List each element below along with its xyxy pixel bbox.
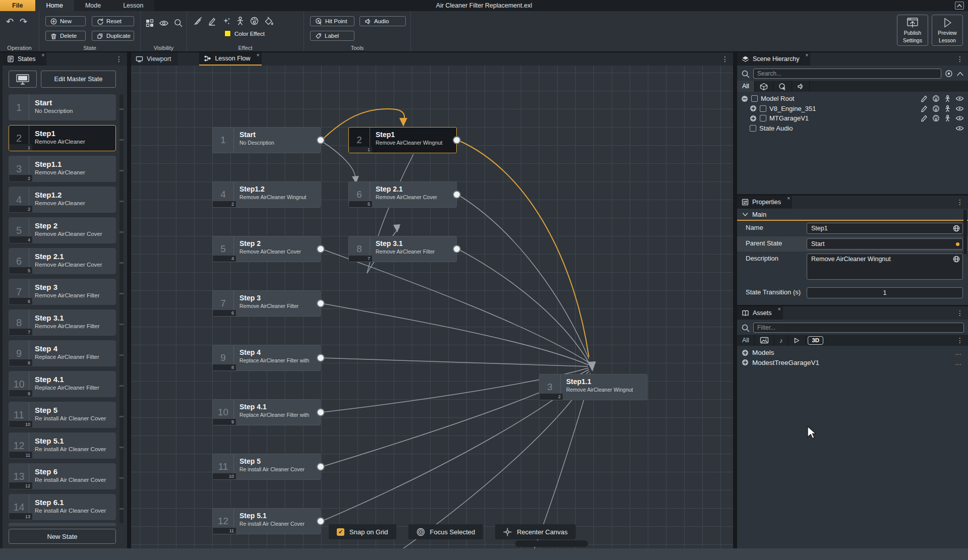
node-output-port[interactable] — [317, 408, 325, 416]
close-icon[interactable]: × — [778, 307, 781, 312]
expand-icon[interactable] — [750, 105, 757, 112]
states-scrollbar[interactable] — [119, 94, 124, 523]
state-list-item[interactable]: 8 Step 3.1 Remove AirCleaner Filter 7 — [9, 309, 116, 336]
canvas-panel-menu-icon[interactable]: ⋮ — [717, 55, 733, 63]
flow-node[interactable]: 6 Step 2.1 Remove AirCleaner Cover 5 — [348, 181, 457, 208]
flow-node[interactable]: 3 Step1.1 Remove AirCleaner Wingnut 2 — [539, 374, 647, 400]
state-list-item[interactable]: 14 Step 6.1 Re install Air Cleaner Cover… — [9, 494, 116, 520]
collapse-icon[interactable] — [741, 95, 748, 102]
material-palette-icon[interactable] — [932, 95, 940, 102]
state-list-item[interactable]: 11 Step 5 Re install Air Cleaner Cover 1… — [9, 402, 116, 428]
more-options-icon[interactable]: … — [955, 359, 962, 366]
tab-lesson[interactable]: Lesson — [112, 0, 154, 11]
node-output-port[interactable] — [317, 354, 325, 362]
state-list-item[interactable]: 1 Start No Description — [9, 94, 116, 120]
flow-node[interactable]: 5 Step 2 Remove AirCleaner Cover 4 — [212, 236, 321, 262]
globe-icon[interactable] — [953, 225, 960, 232]
checkbox[interactable] — [750, 125, 756, 132]
flow-node[interactable]: 9 Step 4 Replace AirCleaner Filter with … — [212, 345, 321, 371]
ribbon-collapse-button[interactable] — [955, 2, 964, 10]
node-output-port[interactable] — [453, 191, 461, 199]
rig-icon[interactable] — [944, 95, 951, 102]
hierarchy-filter-all[interactable]: All — [737, 81, 755, 92]
reset-state-button[interactable]: Reset — [92, 16, 134, 26]
flow-grid[interactable]: 1 Start No Description 2 Step1 Remove Ai… — [131, 66, 733, 548]
tab-file[interactable]: File — [0, 0, 35, 11]
states-panel-tab[interactable]: States × — [3, 52, 46, 66]
state-list-item[interactable]: 10 Step 4.1 Replace AirCleaner Filter 9 — [9, 371, 116, 397]
tab-home[interactable]: Home — [35, 0, 74, 11]
rig-effect-button[interactable] — [235, 16, 245, 26]
properties-panel-menu-icon[interactable]: ⋮ — [952, 198, 968, 206]
state-list-item[interactable]: 13 Step 6 Re install Air Cleaner Cover 1… — [9, 463, 116, 489]
rig-icon[interactable] — [944, 114, 951, 122]
state-list-item[interactable]: 6 Step 2.1 Remove AirCleaner Cover 5 — [9, 248, 116, 274]
publish-settings-button[interactable]: PublishSettings — [897, 15, 928, 46]
close-icon[interactable]: × — [42, 53, 45, 58]
flow-node[interactable]: 1 Start No Description — [212, 127, 321, 153]
node-output-port[interactable] — [317, 299, 325, 307]
undo-button[interactable]: ↶ — [6, 17, 14, 26]
properties-scrollbar-thumb[interactable] — [963, 210, 967, 254]
hierarchy-row[interactable]: MTGarageV1 — [737, 113, 968, 123]
pen-effect-button[interactable] — [207, 16, 217, 26]
assets-filter-audio[interactable]: ♪ — [774, 335, 789, 346]
redo-button[interactable]: ↷ — [20, 17, 27, 26]
visibility-eye-button[interactable] — [159, 18, 169, 28]
properties-tab[interactable]: Properties × — [737, 196, 792, 209]
palette-effect-button[interactable] — [250, 16, 259, 26]
lesson-flow-tab[interactable]: Lesson Flow × — [199, 52, 261, 66]
state-transition-field[interactable] — [807, 287, 963, 298]
description-field[interactable]: Remove AirCleaner Wingnut — [807, 254, 963, 280]
pen-off-effect-button[interactable] — [193, 16, 203, 26]
assets-filter-3d[interactable]: 3D — [808, 336, 823, 345]
close-icon[interactable]: × — [257, 53, 260, 58]
hierarchy-filter-3d[interactable] — [755, 81, 773, 92]
checkbox[interactable] — [760, 105, 766, 112]
rig-icon[interactable] — [944, 105, 951, 112]
chevron-up-icon[interactable] — [956, 71, 964, 77]
state-list-item[interactable]: 7 Step 3 Remove AirCleaner Filter 6 — [9, 279, 116, 305]
viewport-tab[interactable]: Viewport — [131, 52, 178, 66]
properties-main-section-header[interactable]: Main — [737, 209, 968, 221]
flow-node[interactable]: 4 Step1.2 Remove AirCleaner Wingnut 2 — [212, 181, 321, 208]
layout-grid-button[interactable] — [145, 18, 154, 28]
focus-selected-button[interactable]: Focus Selected — [408, 524, 483, 539]
more-options-icon[interactable]: … — [955, 349, 962, 356]
flow-node[interactable]: 2 Step1 Remove AirCleaner Wingnut 1 — [348, 127, 457, 153]
parent-state-field[interactable] — [807, 238, 963, 250]
states-panel-menu-icon[interactable]: ⋮ — [111, 55, 127, 63]
target-icon[interactable] — [945, 70, 953, 78]
flow-node[interactable]: 12 Step 5.1 Re install Air Cleaner Cover… — [212, 508, 321, 534]
hierarchy-panel-menu-icon[interactable]: ⋮ — [952, 55, 968, 63]
flow-node[interactable]: 7 Step 3 Remove AirCleaner Filter 6 — [212, 290, 321, 317]
close-icon[interactable]: × — [787, 196, 790, 201]
assets-filter-all[interactable]: All — [737, 335, 755, 346]
edit-master-state-button[interactable]: Edit Master State — [41, 71, 116, 88]
asset-item[interactable]: Models … — [737, 348, 968, 358]
visibility-eye-icon[interactable] — [955, 95, 964, 102]
checkbox[interactable] — [760, 115, 766, 121]
assets-filter-input[interactable] — [753, 323, 964, 333]
preview-lesson-button[interactable]: PreviewLesson — [932, 15, 963, 46]
node-output-port[interactable] — [317, 463, 325, 471]
node-output-port[interactable] — [453, 136, 461, 144]
hierarchy-row[interactable]: V8_Engine_351 — [737, 104, 968, 114]
duplicate-state-button[interactable]: Duplicate — [92, 31, 134, 41]
visibility-eye-icon[interactable] — [955, 115, 964, 121]
annotate-pen-icon[interactable] — [921, 105, 928, 112]
hierarchy-filter-interactable[interactable] — [773, 81, 792, 92]
node-output-port[interactable] — [317, 245, 325, 253]
flow-node[interactable]: 11 Step 5 Re install Air Cleaner Cover 1… — [212, 454, 321, 480]
color-effect-swatch[interactable] — [224, 30, 231, 37]
state-list-item[interactable]: 2 Step1 Remove AirCleaner 1 — [9, 125, 116, 151]
scene-hierarchy-tab[interactable]: Scene Hierarchy × — [737, 52, 810, 66]
assets-filter-menu-icon[interactable]: ⋮ — [952, 336, 968, 344]
visibility-eye-icon[interactable] — [955, 105, 964, 112]
horizontal-scrollbar-thumb[interactable] — [515, 540, 588, 547]
partial-state-item[interactable] — [9, 523, 116, 526]
particles-effect-button[interactable] — [221, 16, 231, 26]
annotate-pen-icon[interactable] — [921, 95, 928, 102]
node-output-port[interactable] — [453, 245, 461, 253]
assets-filter-images[interactable] — [755, 335, 774, 346]
